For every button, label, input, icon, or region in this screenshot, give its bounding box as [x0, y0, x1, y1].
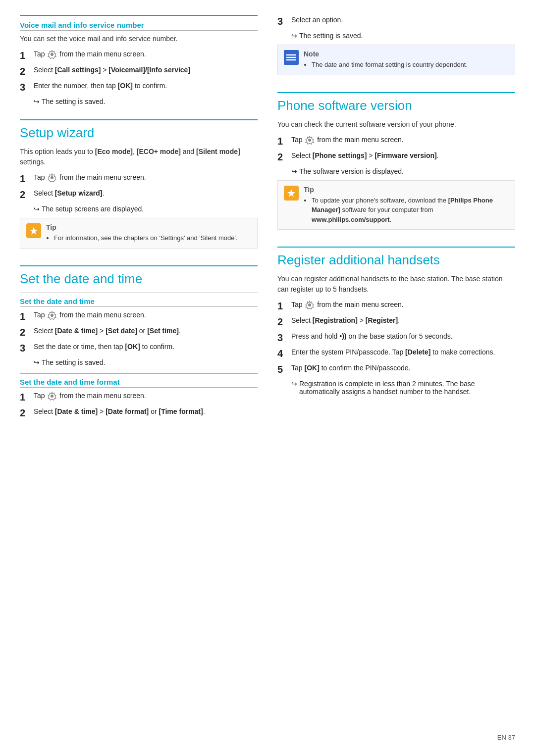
section-set-date-time: Set the date and time Set the date and t…	[20, 265, 258, 426]
step-content: Select [Date & time] > [Set date] or [Se…	[34, 326, 258, 336]
section-divider	[277, 247, 515, 248]
step-item: 2 Select [Call settings] > [Voicemail]/[…	[20, 65, 258, 78]
step-item: 5 Tap [OK] to confirm the PIN/passcode.	[277, 363, 515, 376]
step-content: Tap from the main menu screen.	[34, 172, 258, 183]
step-number: 2	[20, 406, 34, 419]
tip-content-wrapper: Tip For information, see the chapters on…	[46, 223, 238, 243]
note-icon	[284, 50, 299, 65]
setup-wizard-steps: 1 Tap from the main menu screen. 2 Selec…	[20, 172, 258, 201]
step-item: 3 Set the date or time, then tap [OK] to…	[20, 342, 258, 354]
setup-wizard-intro: This option leads you to [Eco mode], [EC…	[20, 147, 258, 167]
gear-icon	[48, 50, 56, 59]
step-item: 4 Enter the system PIN/passcode. Tap [De…	[277, 347, 515, 360]
tip-item: To update your phone's software, downloa…	[312, 196, 509, 225]
result-text: Registration is complete in less than 2 …	[299, 380, 515, 396]
sub-section-set-date-time-format: Set the date and time format 1 Tap from …	[20, 373, 258, 419]
step-number: 2	[20, 188, 34, 201]
step-number: 3	[20, 342, 34, 354]
page-layout: Voice mail and info service number You c…	[20, 15, 515, 438]
result-arrow: ↪	[34, 205, 40, 213]
step-item: 2 Select [Setup wizard].	[20, 188, 258, 201]
voice-mail-steps: 1 Tap from the main menu screen. 2 Selec…	[20, 49, 258, 94]
left-column: Voice mail and info service number You c…	[20, 15, 258, 438]
step-result: ↪ The setting is saved.	[34, 98, 258, 105]
tip-item: For information, see the chapters on 'Se…	[54, 233, 238, 243]
step-item: 1 Tap from the main menu screen.	[20, 391, 258, 403]
step-content: Set the date or time, then tap [OK] to c…	[34, 342, 258, 352]
tip-box-setup-wizard: Tip For information, see the chapters on…	[20, 218, 258, 249]
section-phone-software: Phone software version You can check the…	[277, 92, 515, 235]
result-text: The setting is saved.	[299, 32, 363, 40]
step-number: 3	[20, 81, 34, 94]
step-number: 5	[277, 363, 291, 376]
step-result: ↪ The setting is saved.	[34, 358, 258, 366]
result-text: The setting is saved.	[42, 358, 105, 366]
tip-content: To update your phone's software, downloa…	[304, 196, 509, 225]
section-divider	[277, 92, 515, 93]
tip-label: Tip	[46, 223, 238, 231]
step-content: Select [Date & time] > [Date format] or …	[34, 406, 258, 417]
step-content: Tap from the main menu screen.	[34, 391, 258, 401]
star-icon	[29, 226, 39, 236]
section-divider	[20, 119, 258, 120]
section-register-handsets: Register additional handsets You can reg…	[277, 247, 515, 398]
step-content: Select an option.	[291, 15, 515, 25]
step-content: Enter the number, then tap [OK] to confi…	[34, 81, 258, 91]
step-content: Select [Registration] > [Register].	[291, 315, 515, 326]
set-date-time-steps: 1 Tap from the main menu screen. 2 Selec…	[20, 310, 258, 354]
result-arrow: ↪	[291, 380, 297, 388]
voice-mail-title: Voice mail and info service number	[20, 21, 258, 31]
step-item: 1 Tap from the main menu screen.	[277, 300, 515, 312]
step-content: Tap from the main menu screen.	[291, 300, 515, 310]
gear-icon	[48, 311, 56, 320]
star-icon	[286, 188, 296, 198]
register-handsets-title: Register additional handsets	[277, 252, 515, 270]
note-item: The date and time format setting is coun…	[312, 60, 468, 70]
right-column: 3 Select an option. ↪ The setting is sav…	[277, 15, 515, 438]
step-content: Enter the system PIN/passcode. Tap [Dele…	[291, 347, 515, 357]
step-number: 1	[20, 49, 34, 62]
gear-icon	[305, 136, 314, 145]
tip-content-wrapper: Tip To update your phone's software, dow…	[304, 186, 509, 225]
step-content: Select [Call settings] > [Voicemail]/[In…	[34, 65, 258, 75]
tip-label: Tip	[304, 186, 509, 194]
step-item: 3 Press and hold •)) on the base station…	[277, 331, 515, 344]
sub-divider	[20, 373, 258, 374]
register-handsets-steps: 1 Tap from the main menu screen. 2 Selec…	[277, 300, 515, 376]
step-item: 2 Select [Registration] > [Register].	[277, 315, 515, 328]
sub-title-set-date-time: Set the date and time	[20, 297, 258, 307]
note-box-date-time: Note The date and time format setting is…	[277, 45, 515, 75]
step-result: ↪ The software version is displayed.	[291, 167, 515, 175]
page-footer: EN 37	[497, 734, 515, 741]
sub-section-set-date-time: Set the date and time 1 Tap from the mai…	[20, 293, 258, 366]
step-item: 1 Tap from the main menu screen.	[277, 135, 515, 148]
step-number: 3	[277, 15, 291, 28]
result-text: The software version is displayed.	[299, 167, 404, 175]
gear-icon	[48, 173, 56, 182]
voice-mail-intro: You can set the voice mail and info serv…	[20, 34, 258, 44]
gear-icon	[305, 301, 314, 309]
step-number: 2	[277, 151, 291, 163]
register-handsets-intro: You can register additional handsets to …	[277, 274, 515, 295]
step-item: 3 Select an option.	[277, 15, 515, 28]
step-item: 1 Tap from the main menu screen.	[20, 310, 258, 323]
result-text: The setting is saved.	[42, 98, 105, 105]
result-text: The setup screens are displayed.	[42, 205, 144, 213]
tip-box-phone-software: Tip To update your phone's software, dow…	[277, 180, 515, 230]
lines-icon	[286, 54, 296, 61]
step-item: 2 Select [Phone settings] > [Firmware ve…	[277, 151, 515, 163]
section-divider	[20, 265, 258, 266]
phone-software-title: Phone software version	[277, 98, 515, 115]
step-content: Tap from the main menu screen.	[34, 49, 258, 59]
step-number: 1	[20, 391, 34, 403]
step-content: Tap from the main menu screen.	[34, 310, 258, 320]
step-result: ↪ The setting is saved.	[291, 32, 515, 40]
sub-divider	[20, 293, 258, 293]
step-number: 1	[20, 172, 34, 185]
note-label: Note	[304, 50, 468, 58]
step-number: 2	[20, 65, 34, 78]
step-number: 2	[277, 315, 291, 328]
step-result: ↪ Registration is complete in less than …	[291, 380, 515, 396]
section-voice-mail: Voice mail and info service number You c…	[20, 15, 258, 107]
gear-icon	[48, 392, 56, 401]
